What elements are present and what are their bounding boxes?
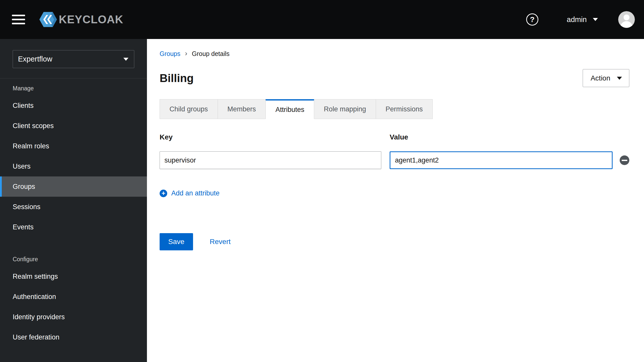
chevron-right-icon: ›	[185, 50, 187, 57]
avatar[interactable]	[618, 11, 635, 28]
nav-toggle-button[interactable]	[12, 15, 25, 24]
form-actions: Save Revert	[160, 233, 629, 250]
attribute-value-input[interactable]	[390, 151, 613, 169]
sidebar-nav: Manage Clients Client scopes Realm roles…	[0, 78, 147, 347]
revert-button[interactable]: Revert	[210, 238, 231, 246]
user-name: admin	[567, 15, 587, 24]
breadcrumb-current: Group details	[192, 50, 230, 57]
app-body: Expertflow Manage Clients Client scopes …	[0, 39, 644, 362]
action-label: Action	[591, 74, 610, 82]
breadcrumb-groups-link[interactable]: Groups	[160, 50, 180, 57]
breadcrumb: Groups › Group details	[160, 50, 629, 57]
hamburger-icon	[12, 15, 25, 16]
key-column-header: Key	[160, 133, 381, 141]
tab-permissions[interactable]: Permissions	[376, 99, 433, 119]
chevron-down-icon	[593, 18, 598, 21]
chevron-down-icon	[123, 58, 128, 61]
tab-members[interactable]: Members	[218, 99, 266, 119]
attributes-section: Key Value + Add an attribute Save Re	[160, 133, 629, 250]
keycloak-logo: KEYCLOAK	[39, 12, 123, 27]
sidebar-item-realm-settings[interactable]: Realm settings	[0, 266, 147, 287]
action-dropdown-button[interactable]: Action	[583, 69, 629, 87]
attributes-table-header: Key Value	[160, 133, 629, 141]
tab-attributes[interactable]: Attributes	[266, 99, 314, 119]
realm-name: Expertflow	[18, 55, 52, 63]
add-attribute-label: Add an attribute	[171, 189, 220, 197]
section-label-manage: Manage	[0, 78, 147, 95]
nav-section-configure: Configure Realm settings Authentication …	[0, 237, 147, 347]
sidebar-item-events[interactable]: Events	[0, 217, 147, 237]
sidebar-item-users[interactable]: Users	[0, 156, 147, 176]
plus-circle-icon: +	[160, 190, 167, 197]
realm-selector[interactable]: Expertflow	[13, 50, 134, 68]
add-attribute-link[interactable]: + Add an attribute	[160, 189, 220, 197]
section-label-configure: Configure	[0, 237, 147, 266]
sidebar-item-authentication[interactable]: Authentication	[0, 287, 147, 307]
chevron-down-icon	[617, 77, 622, 80]
minus-circle-icon	[622, 160, 627, 161]
tab-bar: Child groups Members Attributes Role map…	[160, 99, 629, 119]
sidebar-item-sessions[interactable]: Sessions	[0, 197, 147, 217]
sidebar-item-clients[interactable]: Clients	[0, 95, 147, 116]
page-title: Billing	[160, 72, 194, 85]
title-row: Billing Action	[160, 69, 629, 87]
tab-child-groups[interactable]: Child groups	[160, 99, 218, 119]
app-header: KEYCLOAK ? admin	[0, 0, 644, 39]
save-button[interactable]: Save	[160, 233, 193, 250]
help-icon[interactable]: ?	[526, 13, 538, 26]
keycloak-logo-icon	[39, 12, 57, 27]
header-toolbar: ? admin	[526, 11, 635, 28]
sidebar-item-user-federation[interactable]: User federation	[0, 327, 147, 347]
sidebar-item-realm-roles[interactable]: Realm roles	[0, 136, 147, 156]
sidebar-item-identity-providers[interactable]: Identity providers	[0, 307, 147, 327]
sidebar-item-client-scopes[interactable]: Client scopes	[0, 116, 147, 136]
tab-role-mapping[interactable]: Role mapping	[314, 99, 376, 119]
attribute-row	[160, 151, 629, 169]
main-content: Groups › Group details Billing Action Ch…	[147, 39, 644, 362]
attribute-key-input[interactable]	[160, 151, 381, 169]
sidebar-item-groups[interactable]: Groups	[0, 176, 147, 197]
brand-wordmark: KEYCLOAK	[59, 13, 123, 26]
nav-section-manage: Manage Clients Client scopes Realm roles…	[0, 78, 147, 237]
avatar-placeholder-icon	[618, 11, 635, 28]
keycloak-admin-console: KEYCLOAK ? admin Exper	[0, 0, 644, 362]
sidebar: Expertflow Manage Clients Client scopes …	[0, 39, 147, 362]
realm-selector-area: Expertflow	[0, 39, 147, 78]
user-menu[interactable]: admin	[567, 15, 598, 24]
value-column-header: Value	[390, 133, 408, 141]
remove-attribute-button[interactable]	[620, 155, 629, 165]
